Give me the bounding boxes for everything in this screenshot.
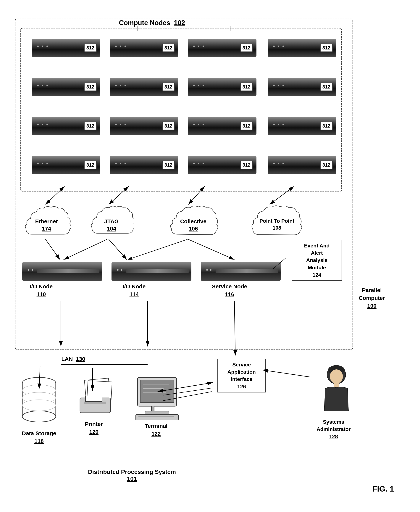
data-storage-icon <box>20 376 58 428</box>
svg-rect-10 <box>85 396 102 402</box>
point-to-point-ref: 108 <box>259 225 294 231</box>
terminal-icon <box>134 376 180 420</box>
server-label-0-1: 312 <box>162 44 175 52</box>
svg-rect-9 <box>84 402 106 404</box>
server-label-2-3: 312 <box>320 122 333 130</box>
server-label-1-2: 312 <box>240 83 253 91</box>
server-label-3-1: 312 <box>162 161 175 169</box>
jtag-label: JTAG <box>104 218 119 224</box>
server-device-3-3: 312 <box>268 156 336 174</box>
printer-label: Printer120 <box>75 420 112 436</box>
io-node-114-label: I/O Node114 <box>123 283 145 298</box>
server-device-0-2: 312 <box>188 39 256 57</box>
io-node-110-label: I/O Node110 <box>30 283 52 298</box>
server-label-1-0: 312 <box>84 83 97 91</box>
server-label-0-3: 312 <box>320 44 333 52</box>
terminal-label: Terminal122 <box>137 422 175 438</box>
io-node-110-device <box>22 262 102 281</box>
ethernet-cloud: Ethernet 174 <box>22 204 71 242</box>
server-device-3-2: 312 <box>188 156 256 174</box>
server-device-2-2: 312 <box>188 117 256 135</box>
io-node-114-device <box>112 262 191 281</box>
collective-label: Collective <box>180 218 206 224</box>
lan-label: LAN 130 <box>61 355 85 363</box>
server-device-2-0: 312 <box>32 117 100 135</box>
ethernet-label: Ethernet <box>35 218 58 224</box>
server-device-1-1: 312 <box>110 78 178 96</box>
point-to-point-label: Point To Point <box>259 218 294 224</box>
server-label-0-2: 312 <box>240 44 253 52</box>
event-alert-box: Event AndAlertAnalysisModule124 <box>292 240 342 281</box>
svg-rect-19 <box>136 414 178 420</box>
server-device-0-0: 312 <box>32 39 100 57</box>
svg-rect-12 <box>140 380 174 402</box>
distributed-system-ref: 101 <box>127 475 137 482</box>
collective-ref: 106 <box>180 225 206 232</box>
server-device-3-1: 312 <box>110 156 178 174</box>
server-device-2-1: 312 <box>110 117 178 135</box>
server-label-3-0: 312 <box>84 161 97 169</box>
server-device-2-3: 312 <box>268 117 336 135</box>
svg-rect-18 <box>145 411 169 414</box>
collective-cloud: Collective 106 <box>167 204 219 242</box>
server-device-1-3: 312 <box>268 78 336 96</box>
printer-icon <box>74 377 115 418</box>
server-device-1-2: 312 <box>188 78 256 96</box>
server-label-3-3: 312 <box>320 161 333 169</box>
service-node-116-device <box>201 262 281 281</box>
server-device-1-0: 312 <box>32 78 100 96</box>
server-label-2-0: 312 <box>84 122 97 130</box>
server-device-0-1: 312 <box>110 39 178 57</box>
distributed-system-label: Distributed Processing System101 <box>67 468 197 482</box>
compute-nodes-label: Compute Nodes 102 <box>119 19 185 27</box>
data-storage-label: Data Storage118 <box>20 429 58 445</box>
jtag-ref: 104 <box>104 225 119 232</box>
service-node-116-label: Service Node116 <box>212 283 247 298</box>
ethernet-ref: 174 <box>35 225 58 232</box>
systems-admin-icon <box>320 364 353 416</box>
server-label-2-1: 312 <box>162 122 175 130</box>
svg-rect-17 <box>151 406 154 412</box>
server-label-2-2: 312 <box>240 122 253 130</box>
service-app-box: ServiceApplicationInterface126 <box>218 359 266 392</box>
svg-point-2 <box>22 411 56 422</box>
svg-point-23 <box>330 369 343 384</box>
server-device-3-0: 312 <box>32 156 100 174</box>
svg-point-5 <box>22 400 56 411</box>
server-label-3-2: 312 <box>240 161 253 169</box>
parallel-computer-label: ParallelComputer100 <box>359 286 385 310</box>
systems-admin-label: SystemsAdministrator128 <box>312 418 355 440</box>
figure-label: FIG. 1 <box>372 484 394 493</box>
jtag-cloud: JTAG 104 <box>89 204 134 242</box>
server-label-1-1: 312 <box>162 83 175 91</box>
server-label-0-0: 312 <box>84 44 97 52</box>
server-label-1-3: 312 <box>320 83 333 91</box>
svg-line-46 <box>262 370 311 377</box>
point-to-point-cloud: Point To Point 108 <box>249 204 305 242</box>
server-device-0-3: 312 <box>268 39 336 57</box>
